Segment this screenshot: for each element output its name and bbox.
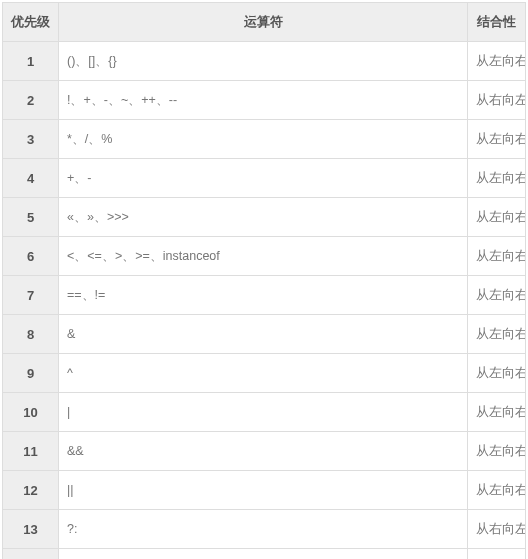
operator-precedence-table: 优先级 运算符 结合性 1()、[]、{}从左向右2!、+、-、~、++、--从… [2, 2, 526, 559]
table-row: 13?:从右向左 [3, 510, 526, 549]
cell-operator: ^ [59, 354, 468, 393]
table-body: 1()、[]、{}从左向右2!、+、-、~、++、--从右向左3*、/、%从左向… [3, 42, 526, 560]
table-row: 9^从左向右 [3, 354, 526, 393]
cell-operator: =、+=、-=、*=、/=、&=、|=、^=、~=、«=、»=、>>>= [59, 549, 468, 560]
cell-level: 1 [3, 42, 59, 81]
cell-assoc: 从左向右 [468, 471, 526, 510]
table-header-row: 优先级 运算符 结合性 [3, 3, 526, 42]
cell-level: 9 [3, 354, 59, 393]
cell-level: 7 [3, 276, 59, 315]
header-level: 优先级 [3, 3, 59, 42]
cell-operator: | [59, 393, 468, 432]
cell-level: 5 [3, 198, 59, 237]
cell-assoc: 从左向右 [468, 237, 526, 276]
cell-operator: ()、[]、{} [59, 42, 468, 81]
table-row: 7==、!=从左向右 [3, 276, 526, 315]
cell-assoc: 从左向右 [468, 276, 526, 315]
table-row: 10|从左向右 [3, 393, 526, 432]
cell-assoc: 从左向右 [468, 432, 526, 471]
cell-assoc: 从左向右 [468, 120, 526, 159]
table-row: 2!、+、-、~、++、--从右向左 [3, 81, 526, 120]
cell-level: 14 [3, 549, 59, 560]
cell-level: 13 [3, 510, 59, 549]
cell-level: 8 [3, 315, 59, 354]
cell-operator: <、<=、>、>=、instanceof [59, 237, 468, 276]
table-row: 14=、+=、-=、*=、/=、&=、|=、^=、~=、«=、»=、>>>=从右… [3, 549, 526, 560]
cell-assoc: 从左向右 [468, 42, 526, 81]
cell-assoc: 从右向左 [468, 81, 526, 120]
cell-operator: !、+、-、~、++、-- [59, 81, 468, 120]
cell-assoc: 从左向右 [468, 159, 526, 198]
table-row: 11&&从左向右 [3, 432, 526, 471]
cell-operator: «、»、>>> [59, 198, 468, 237]
cell-assoc: 从左向右 [468, 315, 526, 354]
table-row: 5«、»、>>>从左向右 [3, 198, 526, 237]
table-row: 12||从左向右 [3, 471, 526, 510]
cell-operator: ==、!= [59, 276, 468, 315]
cell-level: 4 [3, 159, 59, 198]
cell-level: 3 [3, 120, 59, 159]
cell-level: 10 [3, 393, 59, 432]
header-assoc: 结合性 [468, 3, 526, 42]
cell-assoc: 从左向右 [468, 198, 526, 237]
table-row: 1()、[]、{}从左向右 [3, 42, 526, 81]
cell-level: 11 [3, 432, 59, 471]
cell-operator: ?: [59, 510, 468, 549]
cell-operator: *、/、% [59, 120, 468, 159]
header-operator: 运算符 [59, 3, 468, 42]
table-row: 3*、/、%从左向右 [3, 120, 526, 159]
cell-operator: +、- [59, 159, 468, 198]
cell-operator: && [59, 432, 468, 471]
cell-operator: & [59, 315, 468, 354]
cell-level: 12 [3, 471, 59, 510]
table-row: 4+、-从左向右 [3, 159, 526, 198]
table-row: 6<、<=、>、>=、instanceof从左向右 [3, 237, 526, 276]
cell-level: 2 [3, 81, 59, 120]
cell-assoc: 从右向左 [468, 510, 526, 549]
cell-assoc: 从左向右 [468, 354, 526, 393]
cell-operator: || [59, 471, 468, 510]
table-row: 8&从左向右 [3, 315, 526, 354]
cell-level: 6 [3, 237, 59, 276]
cell-assoc: 从右向左 [468, 549, 526, 560]
cell-assoc: 从左向右 [468, 393, 526, 432]
